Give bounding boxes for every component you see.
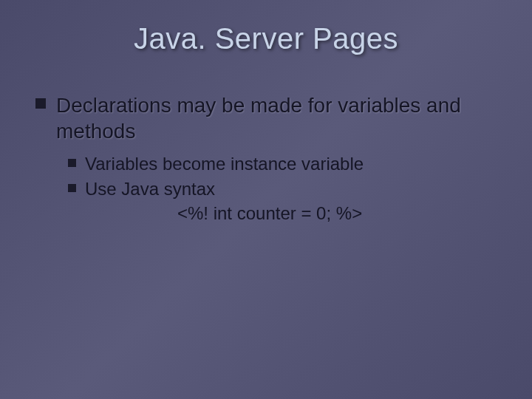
sub-bullet-text: Variables become instance variable [85, 153, 364, 175]
sub-bullet-text: Use Java syntax [85, 178, 215, 200]
slide-container: Java. Server Pages Declarations may be m… [0, 0, 532, 399]
sub-bullet-row: Use Java syntax [30, 178, 502, 200]
slide-title: Java. Server Pages [30, 22, 502, 55]
square-bullet-icon [68, 184, 76, 192]
square-bullet-icon [35, 98, 46, 109]
sub-bullet-row: Variables become instance variable [30, 153, 502, 175]
square-bullet-icon [68, 159, 76, 167]
main-bullet-row: Declarations may be made for variables a… [30, 92, 502, 144]
main-bullet-text: Declarations may be made for variables a… [56, 92, 502, 144]
code-example: <%! int counter = 0; %> [30, 203, 502, 224]
